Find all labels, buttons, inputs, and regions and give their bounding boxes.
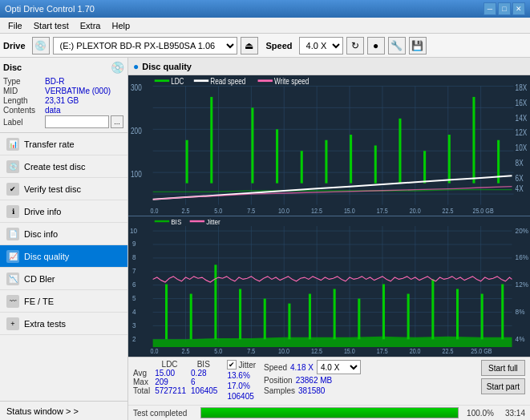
svg-rect-43 xyxy=(194,79,208,82)
total-samples: 106405 xyxy=(227,392,256,401)
tools-button[interactable]: 🔧 xyxy=(388,37,406,55)
nav-label: Verify test disc xyxy=(24,184,81,194)
status-window-label: Status window > > xyxy=(6,406,79,416)
sidebar-item-fe-te[interactable]: 〰 FE / TE xyxy=(0,290,127,313)
svg-text:7.5: 7.5 xyxy=(247,206,255,215)
menu-help[interactable]: Help xyxy=(107,19,135,32)
svg-rect-45 xyxy=(258,79,273,82)
sidebar-item-verify-test-disc[interactable]: ✔ Verify test disc xyxy=(0,178,127,200)
eject-button[interactable]: ⏏ xyxy=(241,37,258,55)
nav-label: Extra tests xyxy=(24,319,66,329)
svg-text:16%: 16% xyxy=(516,253,528,262)
stats-table: LDC BIS Avg 15.00 0.28 Max 209 xyxy=(133,360,222,395)
start-part-button[interactable]: Start part xyxy=(481,378,525,394)
menu-start-test[interactable]: Start test xyxy=(29,19,74,32)
disc-icon: 💿 xyxy=(111,61,124,74)
svg-text:16X: 16X xyxy=(516,98,528,107)
samples-label: Samples xyxy=(264,386,295,395)
avg-ldc: 15.00 xyxy=(155,369,191,378)
svg-text:20.0: 20.0 xyxy=(410,348,421,356)
svg-rect-34 xyxy=(350,135,352,184)
svg-text:8: 8 xyxy=(132,253,136,262)
menu-file[interactable]: File xyxy=(3,19,27,32)
svg-rect-28 xyxy=(186,140,188,184)
nav-label: CD Bler xyxy=(24,274,55,284)
toolbar: Drive 💿 (E:) PLEXTOR BD-R PX-LB950SA 1.0… xyxy=(0,34,530,58)
stats-total-row: Total 5727211 106405 xyxy=(133,386,222,395)
drive-info-icon: ℹ xyxy=(6,205,19,218)
ldc-header: LDC xyxy=(155,360,191,369)
disc-quality-icon: 📈 xyxy=(6,250,19,263)
svg-text:10: 10 xyxy=(130,226,137,235)
save-button[interactable]: 💾 xyxy=(409,37,427,55)
maximize-button[interactable]: □ xyxy=(498,2,511,15)
total-ldc: 5727211 xyxy=(155,386,191,395)
sidebar-item-disc-info[interactable]: 📄 Disc info xyxy=(0,223,127,245)
svg-rect-97 xyxy=(264,299,266,340)
bis-chart-panel: 10 9 8 7 6 5 4 3 2 20% 16% 12% 8% 4% xyxy=(128,216,530,357)
svg-text:5.0: 5.0 xyxy=(214,348,223,356)
disc-info-panel: Disc 💿 Type BD-R MID VERBATIMe (000) Len… xyxy=(0,58,127,133)
refresh-button[interactable]: ↻ xyxy=(346,37,364,55)
sidebar-item-cd-bler[interactable]: 📉 CD Bler xyxy=(0,268,127,290)
menu-extra[interactable]: Extra xyxy=(75,19,106,32)
position-label: Position xyxy=(264,376,293,385)
max-label: Max xyxy=(133,378,155,386)
svg-text:2: 2 xyxy=(132,334,136,343)
label-input[interactable] xyxy=(45,115,109,128)
svg-rect-41 xyxy=(155,79,169,82)
speed-section: Speed 4.18 X 4.0 X Position 23862 MB Sam… xyxy=(264,360,361,395)
total-bis: 106405 xyxy=(191,386,222,395)
svg-text:17.5: 17.5 xyxy=(377,206,388,215)
speed-label: Speed xyxy=(266,41,293,50)
content-area: ● Disc quality xyxy=(128,58,530,420)
status-text: Test completed xyxy=(133,409,197,418)
svg-rect-99 xyxy=(309,294,311,340)
sidebar-item-transfer-rate[interactable]: 📊 Transfer rate xyxy=(0,133,127,155)
svg-text:15.0: 15.0 xyxy=(344,348,355,356)
sidebar-item-drive-info[interactable]: ℹ Drive info xyxy=(0,200,127,223)
svg-text:8%: 8% xyxy=(516,307,525,316)
svg-rect-100 xyxy=(334,289,336,340)
svg-text:10.0: 10.0 xyxy=(278,206,289,215)
svg-rect-32 xyxy=(301,151,303,183)
chart-header: ● Disc quality xyxy=(128,58,530,75)
svg-text:22.5: 22.5 xyxy=(443,348,454,356)
svg-rect-110 xyxy=(190,220,204,222)
drive-icon-button[interactable]: 💿 xyxy=(32,37,50,55)
minimize-button[interactable]: ─ xyxy=(483,2,496,15)
svg-rect-103 xyxy=(407,294,410,340)
speed-header: Speed xyxy=(264,363,287,372)
start-full-button[interactable]: Start full xyxy=(481,360,525,376)
status-window-button[interactable]: Status window > > xyxy=(0,401,127,420)
svg-text:Read speed: Read speed xyxy=(210,76,245,86)
title-bar: Opti Drive Control 1.70 ─ □ ✕ xyxy=(0,0,530,18)
drive-select[interactable]: (E:) PLEXTOR BD-R PX-LB950SA 1.06 xyxy=(53,37,237,55)
svg-text:17.5: 17.5 xyxy=(377,348,388,356)
svg-rect-95 xyxy=(214,265,216,339)
label-browse-button[interactable]: ... xyxy=(111,115,123,128)
close-button[interactable]: ✕ xyxy=(512,2,525,15)
sidebar-item-extra-tests[interactable]: + Extra tests xyxy=(0,313,127,335)
nav-label: Drive info xyxy=(24,207,61,216)
stats-max-row: Max 209 6 xyxy=(133,378,222,386)
stats-area: LDC BIS Avg 15.00 0.28 Max 209 xyxy=(128,357,530,405)
jitter-label: Jitter xyxy=(238,361,256,370)
speed-dropdown[interactable]: 4.0 X xyxy=(317,360,361,374)
sidebar-item-disc-quality[interactable]: 📈 Disc quality xyxy=(0,245,127,268)
svg-text:300: 300 xyxy=(131,83,142,92)
speed-select[interactable]: 4.0 X xyxy=(299,37,343,55)
svg-rect-107 xyxy=(501,284,504,339)
sidebar-item-create-test-disc[interactable]: 💿 Create test disc xyxy=(0,155,127,178)
svg-text:7.5: 7.5 xyxy=(247,348,256,356)
svg-rect-0 xyxy=(128,75,530,216)
svg-rect-36 xyxy=(399,119,401,184)
svg-text:0.0: 0.0 xyxy=(151,348,160,356)
svg-text:9: 9 xyxy=(132,240,136,248)
disc-button[interactable]: ● xyxy=(367,37,385,55)
svg-text:12.5: 12.5 xyxy=(311,206,322,215)
jitter-checkbox[interactable]: ✔ xyxy=(227,360,237,370)
type-key: Type xyxy=(3,77,45,86)
svg-rect-104 xyxy=(431,279,434,339)
avg-label: Avg xyxy=(133,369,155,378)
